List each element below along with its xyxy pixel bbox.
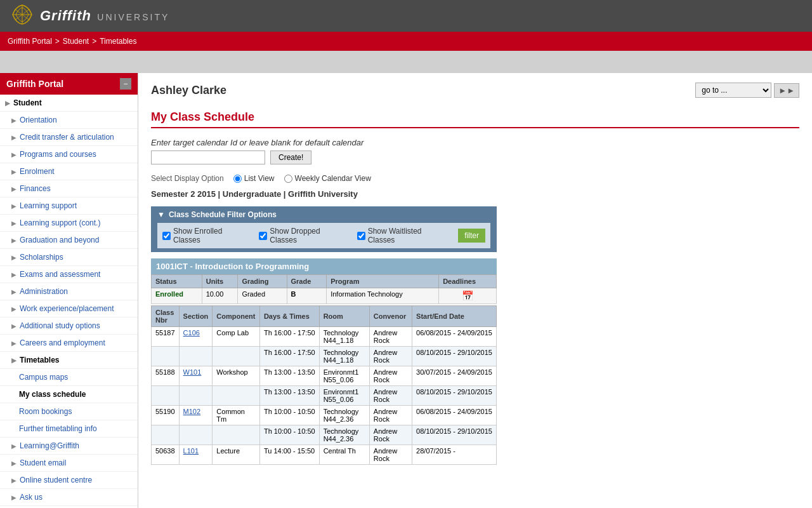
sidebar-item-room-bookings[interactable]: Room bookings — [0, 403, 138, 420]
filter-expand-icon: ▼ — [157, 210, 165, 219]
sidebar-item-credit-transfer[interactable]: ▶ Credit transfer & articulation — [0, 129, 138, 146]
arrow: ▶ — [11, 288, 16, 295]
goto-button[interactable]: ►► — [774, 83, 799, 98]
sidebar-item-learning-support-cont[interactable]: ▶ Learning support (cont.) — [0, 215, 138, 232]
sidebar-item-careers[interactable]: ▶ Careers and employment — [0, 335, 138, 352]
show-enrolled-checkbox[interactable] — [162, 232, 171, 240]
cell-convenor: Andrew Rock — [369, 347, 412, 366]
griffith-emblem — [10, 3, 35, 29]
sidebar-item-ask-us[interactable]: ▶ Ask us — [0, 489, 138, 506]
list-view-option[interactable]: List View — [233, 174, 275, 183]
course-title-bar: 1001ICT - Introduction to Programming — [151, 258, 497, 274]
sep1: > — [55, 37, 60, 46]
class-rows: 55187 C106 Comp Lab Th 16:00 - 17:50 Tec… — [152, 327, 497, 465]
cell-nbr: 55188 — [152, 366, 180, 386]
cell-section[interactable]: W101 — [179, 366, 213, 386]
col-component: Component — [213, 306, 260, 327]
arrow: ▶ — [11, 443, 16, 450]
cell-section[interactable] — [179, 425, 213, 445]
sidebar-item-scholarships[interactable]: ▶ Scholarships — [0, 249, 138, 266]
cell-convenor: Andrew Rock — [369, 445, 412, 465]
cell-nbr: 55187 — [152, 327, 180, 347]
show-enrolled-checkbox-label[interactable]: Show Enrolled Classes — [162, 227, 249, 244]
cell-convenor: Andrew Rock — [369, 386, 412, 406]
cell-section[interactable]: M102 — [179, 406, 213, 425]
sidebar-item-finances[interactable]: ▶ Finances — [0, 180, 138, 197]
col-start-end: Start/End Date — [412, 306, 497, 327]
sidebar-item-timetables[interactable]: ▶ Timetables — [0, 352, 138, 369]
col-room: Room — [319, 306, 369, 327]
arrow: ▶ — [11, 494, 16, 501]
show-waitlisted-checkbox[interactable] — [357, 232, 365, 240]
cell-start-end: 06/08/2015 - 24/09/2015 — [412, 406, 497, 425]
list-view-radio[interactable] — [233, 175, 242, 183]
cell-start-end: 08/10/2015 - 29/10/2015 — [412, 425, 497, 445]
breadcrumb-portal[interactable]: Griffith Portal — [8, 37, 52, 46]
sidebar-collapse-button[interactable]: − — [120, 78, 131, 90]
info-deadlines[interactable]: 📅 — [439, 288, 497, 304]
col-units: Units — [202, 275, 238, 288]
sidebar-item-my-class-schedule[interactable]: My class schedule — [0, 386, 138, 403]
sidebar-item-enrolment[interactable]: ▶ Enrolment — [0, 163, 138, 180]
sidebar-item-orientation[interactable]: ▶ Orientation — [0, 112, 138, 129]
goto-select[interactable]: go to ... — [695, 83, 771, 98]
show-dropped-checkbox[interactable] — [259, 232, 267, 240]
weekly-view-radio[interactable] — [284, 175, 292, 183]
sidebar-item-programs[interactable]: ▶ Programs and courses — [0, 146, 138, 163]
cell-section[interactable]: C106 — [179, 327, 213, 347]
sidebar-item-learning-griffith[interactable]: ▶ Learning@Griffith — [0, 438, 138, 455]
filter-title: ▼ Class Schedule Filter Options — [157, 210, 490, 219]
arrow: ▶ — [11, 357, 16, 364]
sidebar-item-work-experience[interactable]: ▶ Work experience/placement — [0, 300, 138, 318]
cell-section[interactable]: L101 — [179, 445, 213, 465]
class-schedule-table: ClassNbr Section Component Days & Times … — [151, 305, 497, 465]
sidebar-item-student[interactable]: ▶ Student — [0, 95, 138, 112]
sidebar-item-graduation[interactable]: ▶ Graduation and beyond — [0, 232, 138, 249]
cell-room: Environmt1 N55_0.06 — [319, 386, 369, 406]
weekly-view-option[interactable]: Weekly Calendar View — [284, 174, 371, 183]
sidebar-title-text: Griffith Portal — [6, 79, 63, 89]
page-title-section: My Class Schedule — [151, 110, 799, 128]
cell-section[interactable] — [179, 347, 213, 366]
section-link[interactable]: L101 — [183, 447, 199, 455]
cell-section[interactable] — [179, 386, 213, 406]
sidebar-item-administration[interactable]: ▶ Administration — [0, 283, 138, 300]
sidebar-item-student-email[interactable]: ▶ Student email — [0, 455, 138, 472]
breadcrumb-student[interactable]: Student — [63, 37, 89, 46]
arrow: ▶ — [11, 271, 16, 278]
cell-nbr — [152, 386, 180, 406]
logo-name: Griffith — [40, 8, 91, 23]
cell-nbr: 50638 — [152, 445, 180, 465]
sidebar-item-further-timetabling[interactable]: Further timetabling info — [0, 420, 138, 438]
cell-nbr — [152, 425, 180, 445]
create-button[interactable]: Create! — [270, 150, 311, 164]
filter-button[interactable]: filter — [458, 229, 485, 243]
sidebar-item-additional-study[interactable]: ▶ Additional study options — [0, 318, 138, 335]
deadlines-icon[interactable]: 📅 — [462, 290, 474, 301]
arrow: ▶ — [11, 203, 16, 210]
cell-start-end: 30/07/2015 - 24/09/2015 — [412, 366, 497, 386]
show-dropped-checkbox-label[interactable]: Show Dropped Classes — [259, 227, 347, 244]
col-convenor: Convenor — [369, 306, 412, 327]
sidebar-item-online-student-centre[interactable]: ▶ Online student centre — [0, 472, 138, 489]
course-info-table: Status Units Grading Grade Program Deadl… — [151, 274, 497, 304]
top-header: Griffith UNIVERSITY — [0, 0, 812, 32]
calendar-id-input[interactable] — [151, 150, 265, 164]
show-waitlisted-checkbox-label[interactable]: Show Waitlisted Classes — [357, 227, 449, 244]
cell-component — [213, 347, 260, 366]
sidebar-item-learning-support[interactable]: ▶ Learning support — [0, 197, 138, 215]
sidebar-item-campus-maps[interactable]: Campus maps — [0, 369, 138, 386]
sidebar-item-exams[interactable]: ▶ Exams and assessment — [0, 266, 138, 283]
cell-room: Central Th — [319, 445, 369, 465]
calendar-input-area: Create! — [151, 150, 799, 164]
section-link[interactable]: M102 — [183, 408, 201, 415]
table-row: 55188 W101 Workshop Th 13:00 - 13:50 Env… — [152, 366, 497, 386]
arrow: ▶ — [11, 254, 16, 261]
section-link[interactable]: W101 — [183, 368, 202, 376]
cell-days-times: Tu 14:00 - 15:50 — [259, 445, 319, 465]
section-link[interactable]: C106 — [183, 329, 200, 337]
filter-title-text: Class Schedule Filter Options — [169, 210, 277, 219]
col-grade: Grade — [287, 275, 327, 288]
user-name: Ashley Clarke — [151, 84, 226, 97]
cell-start-end: 08/10/2015 - 29/10/2015 — [412, 386, 497, 406]
